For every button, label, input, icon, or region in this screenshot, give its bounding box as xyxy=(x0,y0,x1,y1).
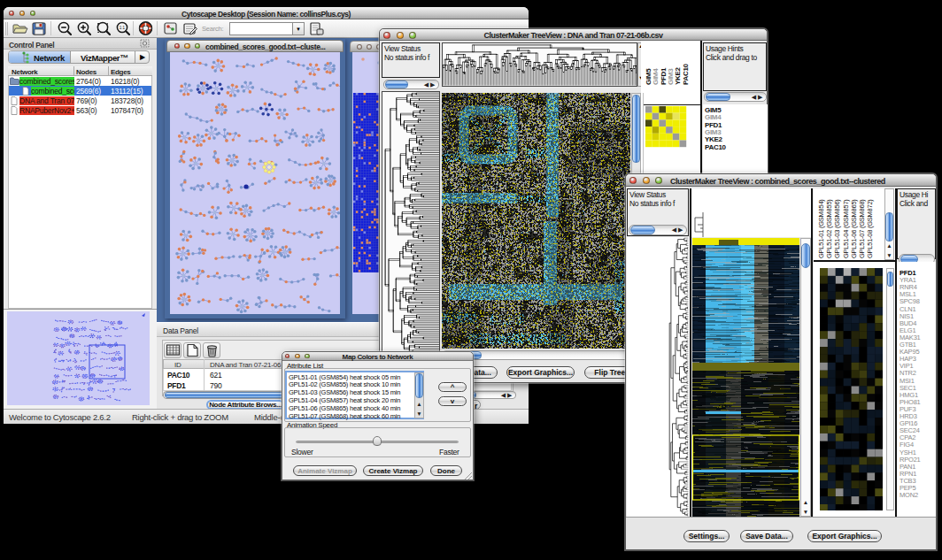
svg-text:1:1: 1:1 xyxy=(120,26,126,30)
